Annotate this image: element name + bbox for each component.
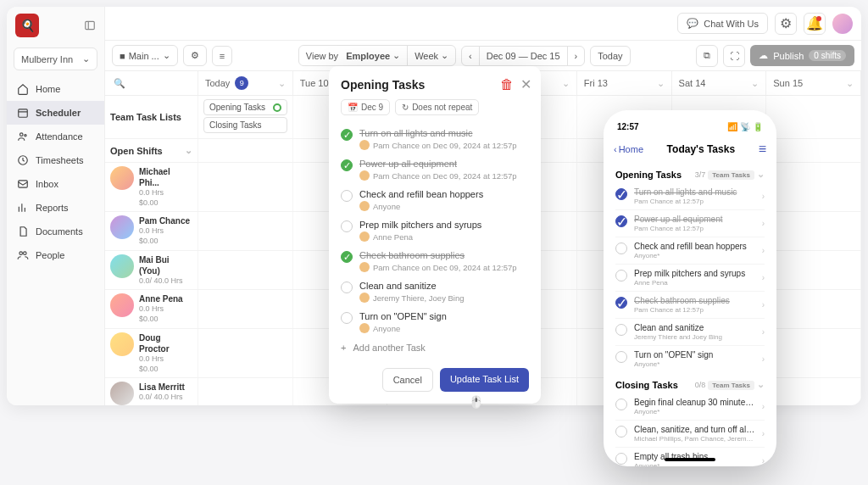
employee-row[interactable]: Lisa Merritt0.0/ 40.0 Hrs	[105, 378, 198, 405]
employee-row[interactable]: Doug Proctor0.0 Hrs$0.00	[105, 329, 198, 377]
phone-task-item[interactable]: ✓Power up all equipmentPam Chance at 12:…	[615, 210, 765, 237]
task-checkbox[interactable]	[341, 312, 353, 324]
phone-home-indicator	[665, 458, 715, 461]
day-header[interactable]: Fri 13⌄	[577, 71, 672, 95]
main-filter-button[interactable]: ■ Main ... ⌄	[112, 45, 178, 66]
trash-icon[interactable]: 🗑	[500, 77, 514, 92]
task-checkbox[interactable]: ✓	[341, 129, 353, 141]
phone-task-checkbox[interactable]	[615, 242, 627, 254]
nav-timesheets[interactable]: Timesheets	[7, 148, 104, 172]
phone-task-checkbox[interactable]	[615, 351, 627, 363]
task-item[interactable]: Check and refill bean hoppersAnyone	[341, 185, 529, 215]
phone-task-checkbox[interactable]: ✓	[615, 215, 627, 227]
phone-task-item[interactable]: Clean and sanitizeJeremy Thiere and Joey…	[615, 319, 765, 346]
task-list-title-input[interactable]	[341, 78, 500, 92]
day-header[interactable]: Sun 15⌄	[766, 71, 861, 95]
avatar	[110, 166, 134, 190]
list-view-button[interactable]: ≡	[212, 46, 232, 66]
phone-task-checkbox[interactable]: ✓	[615, 188, 627, 200]
add-task-button[interactable]: +Add another Task	[341, 337, 529, 358]
search-cell[interactable]: 🔍	[105, 71, 198, 95]
phone-task-checkbox[interactable]	[615, 399, 627, 410]
nav-documents[interactable]: Documents	[7, 220, 104, 243]
prev-week-button[interactable]: ‹	[462, 47, 480, 65]
nav-reports[interactable]: Reports	[7, 196, 104, 220]
task-item[interactable]: Turn on "OPEN" signAnyone	[341, 307, 529, 337]
task-chip-opening[interactable]: Opening Tasks	[203, 99, 287, 115]
workspace-selector[interactable]: Mulberry Inn ⌄	[14, 47, 97, 70]
notifications-button[interactable]: 🔔	[804, 13, 826, 35]
nav-scheduler[interactable]: Scheduler	[7, 101, 104, 125]
task-title: Check and refill bean hoppers	[359, 189, 529, 199]
update-task-list-button[interactable]: Update Task List	[440, 368, 529, 392]
phone-task-item[interactable]: Begin final cleanup 30 minutes before c.…	[615, 393, 765, 421]
open-shifts-row-label[interactable]: Open Shifts⌄	[105, 139, 198, 162]
task-checkbox[interactable]	[341, 190, 353, 202]
avatar	[110, 293, 134, 317]
phone-back-button[interactable]: ‹ Home	[614, 144, 643, 154]
repeat-chip[interactable]: ↻Does not repeat	[395, 99, 479, 115]
nav-people[interactable]: People	[7, 243, 104, 267]
phone-task-item[interactable]: ✓Check bathroom suppliesPam Chance at 12…	[615, 292, 765, 319]
phone-task-item[interactable]: Check and refill bean hoppersAnyone*›	[615, 237, 765, 265]
chevron-right-icon: ›	[762, 273, 765, 282]
phone-task-checkbox[interactable]	[615, 453, 627, 465]
nav-home[interactable]: Home	[7, 77, 104, 101]
date-range-selector[interactable]: ‹ Dec 09 — Dec 15 ›	[461, 46, 585, 66]
settings-button[interactable]: ⚙	[775, 13, 797, 35]
nav-attendance[interactable]: Attendance	[7, 125, 104, 148]
notification-dot	[816, 16, 821, 21]
chevron-right-icon: ›	[762, 192, 765, 201]
collapse-sidebar-icon[interactable]	[84, 20, 96, 31]
settings-filter-button[interactable]: ⚙	[183, 45, 207, 66]
employee-row[interactable]: Pam Chance0.0 Hrs$0.00	[105, 212, 198, 249]
employee-row[interactable]: Michael Phi...0.0 Hrs$0.00	[105, 163, 198, 211]
phone-task-item[interactable]: Empty all trash binsAnyone*›	[615, 448, 765, 466]
task-item[interactable]: ✓Check bathroom suppliesPam Chance on De…	[341, 246, 529, 276]
employee-row[interactable]: Mai Bui (You)0.0/ 40.0 Hrs	[105, 251, 198, 290]
phone-task-checkbox[interactable]	[615, 324, 627, 336]
task-checkbox[interactable]	[341, 220, 353, 232]
task-assignee: Pam Chance on Dec 09, 2024 at 12:57p	[359, 262, 529, 272]
task-checkbox[interactable]	[341, 282, 353, 293]
calendar-cell[interactable]: Opening Tasks Closing Tasks	[198, 96, 293, 138]
view-by-selector[interactable]: View by Employee ⌄ Week ⌄	[298, 45, 456, 66]
task-item[interactable]: ✓Power up all equipmentPam Chance on Dec…	[341, 154, 529, 185]
avatar	[110, 215, 134, 239]
day-header[interactable]: Today 9⌄	[198, 71, 293, 95]
chat-button[interactable]: 💬Chat With Us	[677, 13, 768, 34]
task-checkbox[interactable]: ✓	[341, 159, 353, 171]
nav-inbox[interactable]: Inbox	[7, 172, 104, 196]
task-item[interactable]: ✓Turn on all lights and musicPam Chance …	[341, 124, 529, 154]
phone-task-item[interactable]: Turn on "OPEN" signAnyone*›	[615, 346, 765, 372]
phone-task-checkbox[interactable]: ✓	[615, 297, 627, 309]
task-assignee: Anne Pena	[359, 231, 529, 242]
employee-row[interactable]: Anne Pena0.0 Hrs$0.00	[105, 290, 198, 327]
publish-button[interactable]: ☁ Publish0 shifts	[750, 45, 854, 66]
task-chip-closing[interactable]: Closing Tasks	[203, 117, 287, 133]
fullscreen-button[interactable]: ⛶	[723, 45, 745, 67]
phone-task-checkbox[interactable]	[615, 426, 627, 438]
date-range-label[interactable]: Dec 09 — Dec 15	[480, 47, 568, 65]
cancel-button[interactable]: Cancel	[382, 368, 433, 392]
phone-task-item[interactable]: Prep milk pitchers and syrupsAnne Pena›	[615, 265, 765, 292]
copy-button[interactable]: ⧉	[696, 45, 718, 67]
task-checkbox[interactable]: ✓	[341, 251, 353, 263]
calendar-icon: 📅	[348, 103, 358, 112]
filter-icon[interactable]: ≡	[759, 142, 766, 157]
task-item[interactable]: Clean and sanitizeJeremy Thiere, Joey Bi…	[341, 276, 529, 307]
today-button[interactable]: Today	[590, 46, 630, 66]
next-week-button[interactable]: ›	[568, 47, 585, 65]
user-avatar[interactable]	[832, 14, 853, 34]
phone-task-checkbox[interactable]	[615, 270, 627, 282]
close-icon[interactable]: ✕	[520, 76, 531, 92]
task-item[interactable]: Prep milk pitchers and syrupsAnne Pena	[341, 215, 529, 246]
phone-task-item[interactable]: ✓Turn on all lights and musicPam Chance …	[615, 183, 765, 210]
day-header[interactable]: Sat 14⌄	[672, 71, 767, 95]
task-assignee: Pam Chance on Dec 09, 2024 at 12:57p	[359, 170, 529, 181]
date-chip[interactable]: 📅Dec 9	[341, 99, 390, 115]
avatar	[110, 254, 134, 278]
phone-task-item[interactable]: Clean, sanitize, and turn off all equip.…	[615, 421, 765, 448]
avatar	[110, 332, 134, 356]
chevron-right-icon: ›	[762, 327, 765, 337]
